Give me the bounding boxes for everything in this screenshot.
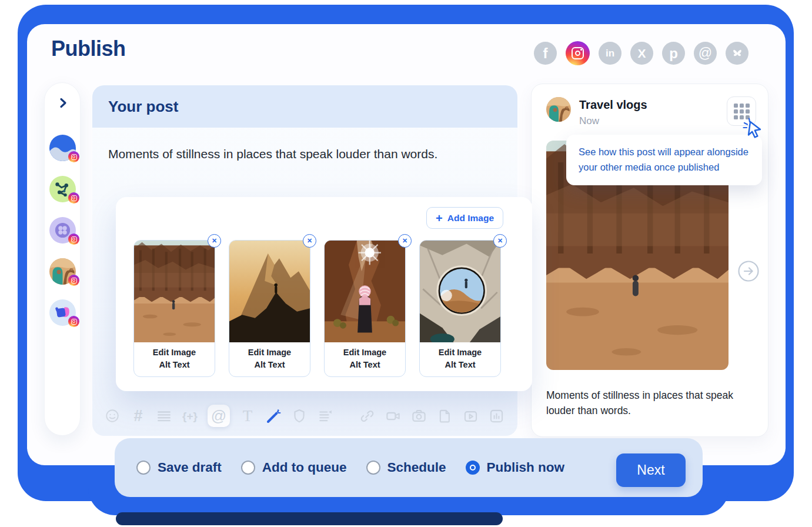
- radio-icon[interactable]: [241, 461, 255, 475]
- alt-text-button[interactable]: Alt Text: [134, 360, 215, 369]
- instagram-badge-icon: [68, 234, 79, 245]
- instagram-badge-icon: [68, 192, 79, 204]
- preview-account-name: Travel vlogs: [579, 98, 647, 112]
- facebook-icon[interactable]: f: [534, 42, 557, 65]
- media-clip-icon[interactable]: [462, 408, 479, 424]
- media-attachments-card: + Add Image ✕ Edit Image Alt Text ✕ Edit…: [116, 197, 532, 391]
- publish-options: Save draft Add to queue Schedule Publish…: [136, 438, 564, 497]
- option-publish-now[interactable]: Publish now: [466, 460, 565, 475]
- instagram-camera-glyph: [572, 47, 584, 59]
- publish-action-bar: Save draft Add to queue Schedule Publish…: [115, 438, 703, 497]
- image-thumb-3: ✕ Edit Image Alt Text: [324, 240, 406, 377]
- cursor-pointer-icon: [742, 117, 764, 142]
- radio-icon[interactable]: [366, 461, 380, 475]
- edit-image-button[interactable]: Edit Image: [134, 348, 215, 357]
- shield-icon[interactable]: [291, 408, 308, 424]
- preview-tooltip: See how this post will appear alongside …: [566, 135, 762, 185]
- image-thumb-2: ✕ Edit Image Alt Text: [229, 240, 310, 377]
- preview-caption: Moments of stillness in places that spea…: [546, 388, 754, 419]
- account-item-5[interactable]: [45, 299, 81, 326]
- option-save-draft[interactable]: Save draft: [136, 460, 222, 475]
- radio-selected-icon[interactable]: [466, 461, 480, 475]
- publish-screen: Publish f in X p @: [0, 0, 812, 527]
- section-title: Your post: [108, 98, 178, 116]
- radio-icon[interactable]: [136, 461, 151, 475]
- text-direction-icon[interactable]: [317, 408, 333, 424]
- mention-icon[interactable]: @: [208, 405, 230, 427]
- composer-toolbar: # {+} @ T: [104, 402, 504, 430]
- instagram-icon[interactable]: [566, 41, 590, 65]
- account-item-3[interactable]: [45, 217, 81, 244]
- composer-header: Your post: [92, 85, 517, 128]
- remove-image-icon[interactable]: ✕: [398, 234, 412, 248]
- preview-avatar: [546, 97, 571, 122]
- alt-text-button[interactable]: Alt Text: [420, 360, 500, 369]
- option-schedule[interactable]: Schedule: [366, 460, 446, 475]
- remove-image-icon[interactable]: ✕: [303, 234, 316, 248]
- alt-text-button[interactable]: Alt Text: [325, 360, 405, 369]
- post-text-input[interactable]: Moments of stillness in places that spea…: [108, 147, 437, 161]
- threads-icon[interactable]: @: [694, 42, 717, 65]
- edit-image-button[interactable]: Edit Image: [229, 348, 310, 357]
- account-item-4[interactable]: [45, 258, 81, 285]
- network-selector: f in X p @: [534, 41, 748, 65]
- edit-image-button[interactable]: Edit Image: [325, 348, 405, 357]
- text-format-icon[interactable]: T: [239, 408, 256, 424]
- preview-timestamp: Now: [579, 115, 599, 127]
- image-thumb-4: ✕ Edit Image Alt Text: [419, 240, 501, 377]
- thumbnail-flare-photo[interactable]: [325, 241, 405, 342]
- remove-image-icon[interactable]: ✕: [208, 234, 221, 248]
- file-icon[interactable]: [436, 408, 453, 424]
- remove-image-icon[interactable]: ✕: [493, 234, 507, 248]
- next-button[interactable]: Next: [616, 453, 686, 487]
- bluesky-icon[interactable]: [726, 42, 748, 65]
- alt-text-button[interactable]: Alt Text: [229, 360, 310, 369]
- analytics-icon[interactable]: [488, 408, 504, 424]
- account-item-2[interactable]: [45, 176, 81, 202]
- x-icon[interactable]: X: [630, 42, 653, 65]
- accounts-sidebar: [44, 82, 81, 436]
- linkedin-icon[interactable]: in: [599, 42, 621, 65]
- sidebar-expand-button[interactable]: [56, 96, 70, 112]
- camera-icon[interactable]: [410, 408, 427, 424]
- page-title: Publish: [51, 36, 126, 61]
- account-item-1[interactable]: [45, 135, 81, 161]
- post-preview-panel: Travel vlogs Now See how this post will …: [531, 84, 768, 437]
- bottom-accent-bar: [116, 512, 503, 525]
- thumbnail-tent-photo[interactable]: [420, 241, 500, 342]
- instagram-badge-icon: [68, 316, 79, 327]
- plus-icon: +: [436, 212, 443, 224]
- next-media-button[interactable]: [737, 260, 760, 282]
- option-add-to-queue[interactable]: Add to queue: [241, 460, 347, 475]
- video-icon[interactable]: [385, 408, 401, 424]
- link-icon[interactable]: [359, 408, 375, 424]
- image-thumb-1: ✕ Edit Image Alt Text: [133, 240, 215, 377]
- add-image-button[interactable]: + Add Image: [426, 207, 503, 229]
- ai-wand-icon[interactable]: [265, 408, 282, 424]
- instagram-badge-icon: [68, 275, 79, 286]
- snippet-icon[interactable]: {+}: [182, 408, 198, 424]
- thumbnail-canyon-photo[interactable]: [134, 241, 215, 342]
- emoji-icon[interactable]: [104, 408, 121, 424]
- image-thumbnails: ✕ Edit Image Alt Text ✕ Edit Image Alt T…: [133, 240, 501, 377]
- instagram-badge-icon: [68, 151, 79, 162]
- thumbnail-silhouette-photo[interactable]: [229, 241, 310, 342]
- pinterest-icon[interactable]: p: [662, 42, 685, 65]
- list-icon[interactable]: [156, 408, 172, 424]
- edit-image-button[interactable]: Edit Image: [420, 348, 500, 357]
- hashtag-icon[interactable]: #: [130, 408, 146, 424]
